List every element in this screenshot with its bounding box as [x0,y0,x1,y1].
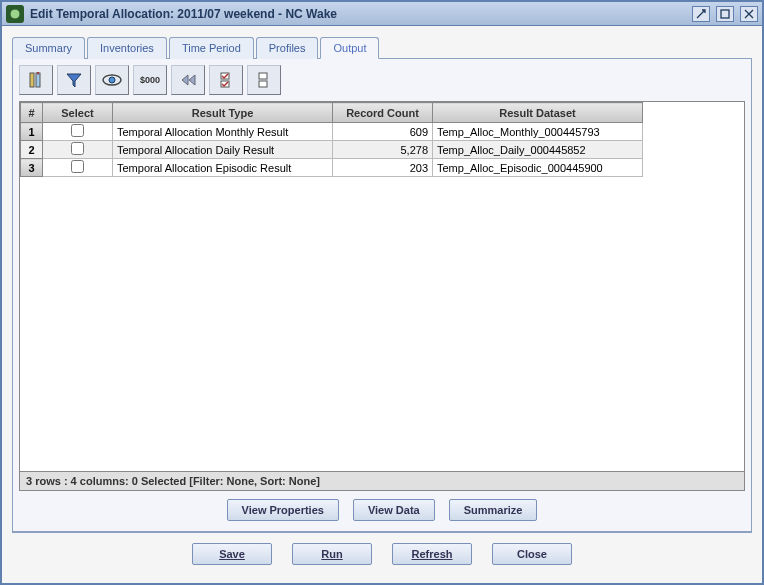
save-button[interactable]: Save [192,543,272,565]
row-select[interactable] [43,159,113,177]
svg-point-5 [109,77,115,83]
content-area: Summary Inventories Time Period Profiles… [2,26,762,583]
svg-rect-2 [30,73,34,87]
row-dataset: Temp_Alloc_Daily_000445852 [433,141,643,159]
window-controls [692,6,758,22]
uncheck-all-icon[interactable] [247,65,281,95]
close-button[interactable]: Close [492,543,572,565]
row-type: Temporal Allocation Monthly Result [113,123,333,141]
window-title: Edit Temporal Allocation: 2011/07 weeken… [30,7,692,21]
tab-output[interactable]: Output [320,37,379,59]
tabstrip: Summary Inventories Time Period Profiles… [12,36,752,59]
status-bar: 3 rows : 4 columns: 0 Selected [Filter: … [19,472,745,491]
results-table-wrapper[interactable]: # Select Result Type Record Count Result… [19,101,745,472]
restore-icon[interactable] [692,6,710,22]
table-row[interactable]: 3 Temporal Allocation Episodic Result 20… [21,159,643,177]
filter-icon[interactable] [57,65,91,95]
row-type: Temporal Allocation Daily Result [113,141,333,159]
svg-rect-1 [721,10,729,18]
first-icon[interactable] [171,65,205,95]
svg-rect-3 [36,73,40,87]
format-icon[interactable]: $000 [133,65,167,95]
row-number: 1 [21,123,43,141]
tab-inventories[interactable]: Inventories [87,37,167,59]
table-row[interactable]: 2 Temporal Allocation Daily Result 5,278… [21,141,643,159]
row-select[interactable] [43,123,113,141]
svg-rect-9 [259,81,267,87]
tab-summary[interactable]: Summary [12,37,85,59]
row-number: 3 [21,159,43,177]
row-dataset: Temp_Alloc_Monthly_000445793 [433,123,643,141]
close-icon[interactable] [740,6,758,22]
row-type: Temporal Allocation Episodic Result [113,159,333,177]
row-checkbox[interactable] [71,160,84,173]
results-table: # Select Result Type Record Count Result… [20,102,643,177]
view-data-button[interactable]: View Data [353,499,435,521]
row-select[interactable] [43,141,113,159]
tab-panel-output: $000 # Select Result Ty [12,59,752,532]
summarize-button[interactable]: Summarize [449,499,538,521]
app-icon [6,5,24,23]
table-row[interactable]: 1 Temporal Allocation Monthly Result 609… [21,123,643,141]
col-select[interactable]: Select [43,103,113,123]
row-dataset: Temp_Alloc_Episodic_000445900 [433,159,643,177]
svg-point-0 [10,9,20,19]
window-frame: Edit Temporal Allocation: 2011/07 weeken… [0,0,764,585]
row-count: 203 [333,159,433,177]
view-properties-button[interactable]: View Properties [227,499,339,521]
col-result-type[interactable]: Result Type [113,103,333,123]
table-header-row: # Select Result Type Record Count Result… [21,103,643,123]
toolbar: $000 [19,65,745,95]
tab-profiles[interactable]: Profiles [256,37,319,59]
row-checkbox[interactable] [71,142,84,155]
refresh-button[interactable]: Refresh [392,543,472,565]
run-button[interactable]: Run [292,543,372,565]
panel-button-row: View Properties View Data Summarize [19,491,745,525]
maximize-icon[interactable] [716,6,734,22]
tab-time-period[interactable]: Time Period [169,37,254,59]
svg-rect-8 [259,73,267,79]
row-count: 5,278 [333,141,433,159]
col-num[interactable]: # [21,103,43,123]
titlebar: Edit Temporal Allocation: 2011/07 weeken… [2,2,762,26]
col-result-dataset[interactable]: Result Dataset [433,103,643,123]
check-all-icon[interactable] [209,65,243,95]
row-checkbox[interactable] [71,124,84,137]
col-record-count[interactable]: Record Count [333,103,433,123]
bottom-button-row: Save Run Refresh Close [12,532,752,573]
view-icon[interactable] [95,65,129,95]
columns-icon[interactable] [19,65,53,95]
row-number: 2 [21,141,43,159]
row-count: 609 [333,123,433,141]
